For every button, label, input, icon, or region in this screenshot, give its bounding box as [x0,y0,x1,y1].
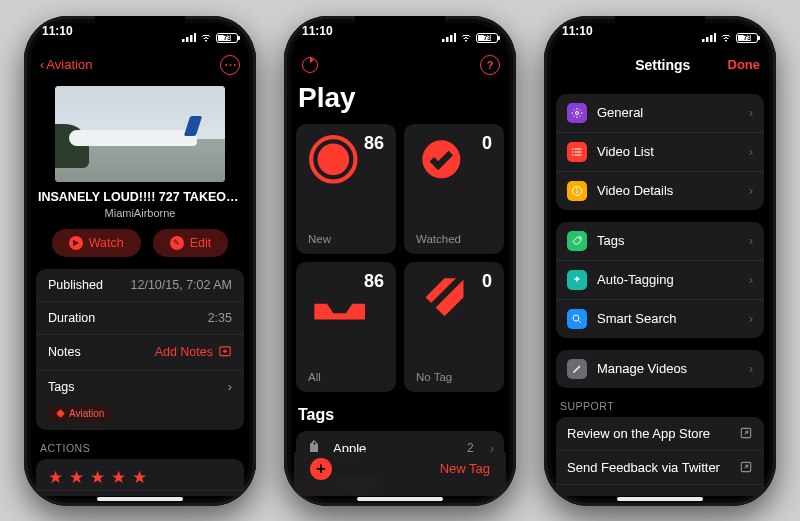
battery-icon: 73 [476,33,498,43]
battery-icon: 73 [216,33,238,43]
phone-settings: 11:10 73 Settings Done General›Video Lis… [544,16,776,506]
section-actions: ACTIONS [40,442,244,454]
notch [95,16,185,38]
star-icon[interactable]: ★ [48,467,63,488]
notch [615,16,705,38]
settings-row[interactable]: Video Details› [556,171,764,210]
star-icon[interactable]: ★ [132,467,147,488]
tile-new[interactable]: 86 New [296,124,396,254]
play-icon: ▶ [69,236,83,250]
row-label: Review on the App Store [567,426,710,441]
navbar: Settings Done [554,52,766,80]
checkmark-icon [416,199,492,213]
settings-row[interactable]: Tags› [556,222,764,260]
bottom-toolbar: + New Tag [294,452,506,496]
circle-record-icon [308,199,384,213]
phone-video-detail: 11:10 73 ‹ Aviation INSANELY LOUD!!!! 72… [24,16,256,506]
cellular-icon [182,33,196,42]
star-icon[interactable]: ★ [90,467,105,488]
row-label: Tags [597,233,624,248]
tile-all[interactable]: 86 All [296,262,396,392]
row-notes[interactable]: Notes Add Notes [36,334,244,370]
phone-play-list: 11:10 73 Play 86 New 0 Watched [284,16,516,506]
wifi-icon [460,33,472,42]
settings-group-tags: Tags›Auto-Tagging›Smart Search› [556,222,764,338]
chevron-right-icon: › [749,144,753,159]
info-icon [567,181,587,201]
filter-tiles: 86 New 0 Watched 86 All 0 No Tag [296,124,504,392]
settings-group-support: Review on the App StoreSend Feedback via… [556,417,764,496]
rating-stars[interactable]: ★ ★ ★ ★ ★ [36,459,244,490]
wifi-icon [720,33,732,42]
more-button[interactable] [220,55,240,75]
pencil-icon [567,359,587,379]
star-icon[interactable]: ★ [69,467,84,488]
tags-header: Tags [298,406,502,424]
help-button[interactable] [480,55,500,75]
video-title: INSANELY LOUD!!!! 727 TAKEOFF A… [34,190,246,204]
add-tag-button[interactable]: + [310,458,332,480]
row-label: General [597,105,643,120]
back-label: Aviation [46,57,92,72]
notch [355,16,445,38]
settings-button[interactable] [300,55,320,75]
external-link-icon [739,460,753,474]
settings-row[interactable]: Send Feedback via Twitter [556,450,764,484]
channel-name[interactable]: MiamiAirborne [34,207,246,219]
page-title: Play [298,82,502,114]
settings-group-manage: Manage Videos› [556,350,764,388]
row-published: Published 12/10/15, 7:02 AM [36,269,244,301]
pencil-icon: ✎ [170,236,184,250]
done-button[interactable]: Done [728,57,761,72]
row-tags[interactable]: Tags › [36,370,244,403]
status-time: 11:10 [302,24,333,52]
tag-icon [567,231,587,251]
sparkle-icon [567,270,587,290]
add-notes-icon [218,344,232,361]
svg-point-14 [572,151,574,153]
section-support: SUPPORT [560,400,764,412]
navbar [294,52,506,80]
chevron-right-icon: › [749,311,753,326]
status-time: 11:10 [42,24,73,52]
settings-row[interactable]: Manage Videos› [556,350,764,388]
cellular-icon [442,33,456,42]
row-label: Manage Videos [597,361,687,376]
watch-button[interactable]: ▶ Watch [52,229,141,257]
chevron-left-icon: ‹ [40,57,44,72]
star-icon[interactable]: ★ [111,467,126,488]
mail-icon [739,494,753,496]
navbar: ‹ Aviation [34,52,246,80]
settings-row[interactable]: Send Feedback via Email [556,484,764,496]
tray-icon [308,337,384,351]
settings-row[interactable]: Review on the App Store [556,417,764,450]
settings-row[interactable]: Smart Search› [556,299,764,338]
tile-no-tag[interactable]: 0 No Tag [404,262,504,392]
tag-chip-aviation[interactable]: Aviation [48,405,112,422]
settings-row[interactable]: Video List› [556,132,764,171]
svg-point-18 [579,237,580,238]
edit-button[interactable]: ✎ Edit [153,229,229,257]
external-link-icon [739,426,753,440]
settings-row[interactable]: General› [556,94,764,132]
back-button[interactable]: ‹ Aviation [40,57,92,72]
video-thumbnail[interactable] [55,86,225,182]
settings-row[interactable]: Auto-Tagging› [556,260,764,299]
home-indicator[interactable] [617,497,703,501]
new-tag-button[interactable]: New Tag [440,461,490,476]
list-icon [567,142,587,162]
home-indicator[interactable] [357,497,443,501]
row-label: Send Feedback via Twitter [567,460,720,475]
wifi-icon [200,33,212,42]
search-icon [567,309,587,329]
tile-watched[interactable]: 0 Watched [404,124,504,254]
chevron-right-icon: › [749,183,753,198]
metadata-list: Published 12/10/15, 7:02 AM Duration 2:3… [36,269,244,430]
home-indicator[interactable] [97,497,183,501]
svg-point-19 [573,315,579,321]
svg-point-13 [572,148,574,150]
row-duration: Duration 2:35 [36,301,244,334]
row-share[interactable]: Share [36,490,244,496]
svg-point-17 [576,188,577,189]
row-label: Send Feedback via Email [567,494,714,496]
